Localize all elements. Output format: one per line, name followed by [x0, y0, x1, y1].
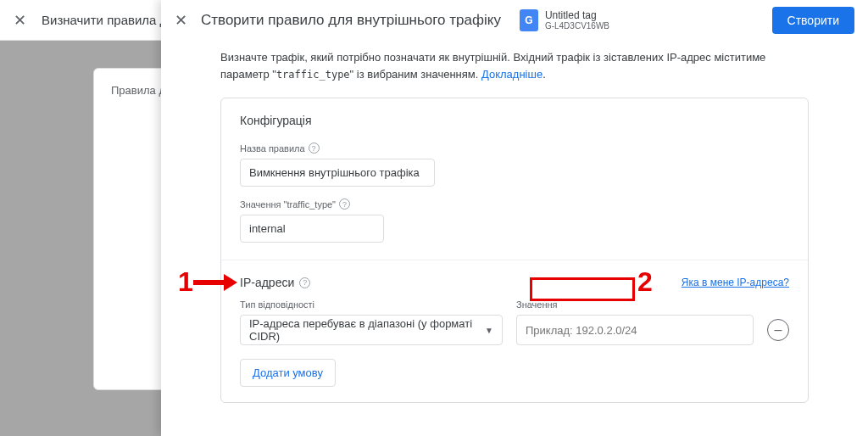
remove-condition-button[interactable]: – [767, 319, 789, 341]
panel-title: Створити правило для внутрішнього трафік… [201, 12, 501, 29]
tag-id: G-L4D3CV16WB [545, 21, 609, 31]
tag-badge: G Untitled tag G-L4D3CV16WB [520, 9, 609, 31]
panel-close-icon[interactable]: ✕ [175, 11, 187, 30]
traffic-type-label: Значення "traffic_type" ? [240, 198, 789, 210]
condition-row: Тип відповідності IP-адреса перебуває в … [240, 299, 789, 345]
value-input[interactable] [516, 315, 754, 345]
help-icon[interactable]: ? [309, 143, 320, 154]
panel-header: ✕ Створити правило для внутрішнього траф… [161, 0, 868, 41]
panel-body: Визначте трафік, який потрібно позначати… [161, 41, 868, 403]
description-text: Визначте трафік, який потрібно позначати… [220, 49, 809, 82]
help-icon[interactable]: ? [339, 198, 350, 210]
value-label: Значення [516, 299, 754, 310]
tag-icon: G [520, 9, 538, 31]
annotation-2: 2 [637, 266, 653, 298]
match-type-label: Тип відповідності [240, 299, 503, 310]
chevron-down-icon: ▼ [485, 326, 493, 335]
ip-section-title: IP-адреси ? [240, 276, 310, 289]
annotation-1: 1 [178, 266, 237, 298]
tag-name: Untitled tag [545, 9, 609, 21]
traffic-type-input[interactable]: internal [240, 215, 384, 243]
rule-name-label: Назва правила ? [240, 143, 789, 154]
create-button[interactable]: Створити [772, 7, 854, 34]
config-card: Конфігурація Назва правила ? Вимкнення в… [220, 98, 809, 403]
create-rule-panel: ✕ Створити правило для внутрішнього траф… [161, 0, 868, 436]
rule-name-input[interactable]: Вимкнення внутрішнього трафіка [240, 159, 435, 187]
config-title: Конфігурація [240, 114, 789, 127]
help-icon[interactable]: ? [299, 277, 310, 288]
my-ip-link[interactable]: Яка в мене IP-адреса? [682, 277, 789, 288]
learn-more-link[interactable]: Докладніше [481, 68, 542, 81]
add-condition-button[interactable]: Додати умову [240, 359, 336, 387]
bg-title: Визначити правила д [42, 13, 167, 27]
match-type-select[interactable]: IP-адреса перебуває в діапазоні (у форма… [240, 315, 503, 345]
divider [221, 260, 808, 260]
bg-close-icon[interactable]: ✕ [14, 11, 26, 30]
arrow-icon [193, 277, 237, 288]
